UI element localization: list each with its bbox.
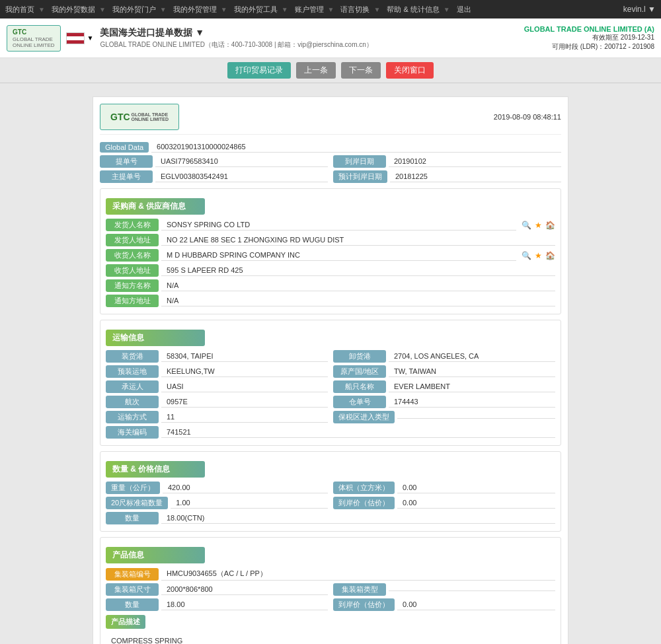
- nav-help[interactable]: 帮助 & 统计信息: [387, 5, 439, 15]
- transport-section: 运输信息 装货港 58304, TAIPEI 卸货港 2704, LOS ANG…: [100, 320, 561, 446]
- logo-sub: GLOBAL TRADEONLINE LIMITED: [13, 36, 55, 48]
- container-no-row: 集装箱编号 HMCU9034655（AC / L / PP）: [106, 567, 555, 581]
- nav-export-tools[interactable]: 我的外贸工具: [234, 5, 278, 15]
- pre-transport-value: KEELUNG,TW: [161, 366, 328, 377]
- consignee-name-label: 收货人名称: [106, 249, 159, 262]
- notify-name-label: 通知方名称: [106, 279, 159, 292]
- est-arrival-col: 预计到岸日期 20181225: [333, 170, 561, 183]
- logo-box: GTC GLOBAL TRADEONLINE LIMITED: [7, 25, 61, 52]
- star-icon-2[interactable]: ★: [535, 251, 542, 260]
- notify-name-value: N/A: [161, 280, 555, 291]
- master-bill-value: EGLV003803542491: [155, 171, 328, 182]
- arrival-date-value: 20190102: [389, 156, 561, 167]
- transport-type-label: 运输方式: [106, 411, 159, 423]
- container20-col: 20尺标准箱数量 1.00: [106, 497, 328, 509]
- quantity-section-header: 数量 & 价格信息: [106, 461, 205, 478]
- nav-export-mgmt[interactable]: 我的外贸管理: [173, 5, 217, 15]
- origin-col: 原产国/地区 TW, TAIWAN: [333, 365, 555, 378]
- bill-no-value: UASI7796583410: [155, 156, 328, 167]
- origin-value: TW, TAIWAN: [389, 366, 555, 377]
- unit-price-value: 0.00: [397, 497, 555, 509]
- origin-label: 原产国/地区: [333, 365, 386, 378]
- product-section: 产品信息 集装箱编号 HMCU9034655（AC / L / PP） 集装箱尺…: [100, 537, 561, 644]
- shipper-addr-row: 发货人地址 NO 22 LANE 88 SEC 1 ZHONGXING RD W…: [106, 234, 555, 246]
- global-data-label: Global Data: [100, 142, 149, 153]
- est-arrival-value: 20181225: [390, 171, 561, 182]
- warehouse-label: 仓单号: [333, 396, 386, 408]
- site-main-title[interactable]: 美国海关进口提单数据 ▼: [100, 27, 524, 39]
- bill-no-col: 提单号 UASI7796583410: [100, 155, 328, 168]
- qty-row: 数量 18.00(CTN): [106, 512, 555, 524]
- user-account[interactable]: kevin.l ▼: [623, 5, 656, 14]
- flag-area: ▼: [66, 32, 94, 44]
- container20-label: 20尺标准箱数量: [106, 497, 168, 509]
- home-icon[interactable]: 🏠: [545, 221, 555, 230]
- bill-no-label: 提单号: [100, 155, 153, 168]
- shipper-addr-value: NO 22 LANE 88 SEC 1 ZHONGXING RD WUGU DI…: [161, 234, 555, 246]
- product-section-header: 产品信息: [106, 547, 205, 563]
- header: GTC GLOBAL TRADEONLINE LIMITED ▼ 美国海关进口提…: [0, 18, 661, 58]
- prod-desc-header-row: 产品描述: [106, 615, 555, 631]
- print-button-top[interactable]: 打印贸易记录: [227, 62, 291, 79]
- container-type-label: 集装箱类型: [333, 583, 386, 596]
- nav-account[interactable]: 账户管理: [295, 5, 324, 15]
- voyage-value: 0957E: [161, 396, 328, 408]
- us-flag: [66, 32, 85, 44]
- product-qty-col: 数量 18.00: [106, 598, 328, 611]
- est-arrival-label: 预计到岸日期: [333, 170, 387, 183]
- container-size-col: 集装箱尺寸 2000*806*800: [106, 583, 328, 596]
- container-no-value: HMCU9034655（AC / L / PP）: [161, 567, 555, 581]
- departure-port-col: 装货港 58304, TAIPEI: [106, 350, 328, 363]
- shipper-name-row: 发货人名称 SONSY SPRING CO LTD 🔍 ★ 🏠: [106, 219, 555, 231]
- voyage-label: 航次: [106, 396, 159, 408]
- shipper-addr-label: 发货人地址: [106, 234, 159, 246]
- arrival-port-value: 2704, LOS ANGELES, CA: [389, 351, 555, 362]
- container-size-value: 2000*806*800: [161, 584, 328, 595]
- container-price-row: 20尺标准箱数量 1.00 到岸价（估价） 0.00: [106, 497, 555, 509]
- weight-label: 重量（公斤）: [106, 482, 160, 494]
- ports-row: 装货港 58304, TAIPEI 卸货港 2704, LOS ANGELES,…: [106, 350, 555, 363]
- nav-home[interactable]: 我的首页: [5, 5, 34, 15]
- shipper-name-label: 发货人名称: [106, 219, 159, 231]
- nav-trade-data[interactable]: 我的外贸数据: [52, 5, 95, 15]
- master-bill-row: 主提单号 EGLV003803542491 预计到岸日期 20181225: [100, 170, 561, 183]
- departure-port-value: 58304, TAIPEI: [161, 351, 328, 362]
- arrival-date-label: 到岸日期: [333, 155, 386, 168]
- product-qty-value: 18.00: [161, 599, 328, 610]
- weight-value: 420.00: [163, 482, 328, 493]
- search-icon[interactable]: 🔍: [522, 221, 531, 230]
- global-data-row: Global Data 6003201901310000024865: [100, 141, 561, 153]
- qty-value: 18.00(CTN): [161, 513, 555, 524]
- next-button-top[interactable]: 下一条: [341, 62, 381, 79]
- carrier-label: 承运人: [106, 380, 159, 393]
- star-icon[interactable]: ★: [535, 221, 542, 230]
- home-icon-2[interactable]: 🏠: [545, 251, 555, 260]
- nav-language[interactable]: 语言切换: [340, 5, 369, 15]
- ldr-info: 可用时段 (LDR)：200712 - 201908: [524, 42, 654, 52]
- consignee-name-icons: 🔍 ★ 🏠: [519, 251, 555, 260]
- transport-bonded-row: 运输方式 11 保税区进入类型: [106, 411, 555, 423]
- consignee-addr-value: 595 S LAPEER RD 425: [161, 265, 555, 276]
- consignee-addr-label: 收货人地址: [106, 264, 159, 277]
- doc-timestamp: 2019-08-09 08:48:11: [494, 113, 561, 121]
- logo-text: GTC: [13, 28, 55, 36]
- bonded-col: 保税区进入类型: [333, 411, 555, 423]
- doc-logo-img: GTC GLOBAL TRADEONLINE LIMITED: [100, 104, 179, 130]
- logo-area: GTC GLOBAL TRADEONLINE LIMITED ▼: [7, 25, 93, 52]
- volume-col: 体积（立方米） 0.00: [333, 482, 555, 494]
- nav-export-portal[interactable]: 我的外贸门户: [112, 5, 156, 15]
- close-button-top[interactable]: 关闭窗口: [386, 62, 434, 79]
- vessel-col: 船只名称 EVER LAMBENT: [333, 380, 555, 393]
- arrival-date-col: 到岸日期 20190102: [333, 155, 561, 168]
- nav-logout[interactable]: 退出: [457, 5, 471, 15]
- top-nav: 我的首页 ▼ 我的外贸数据 ▼ 我的外贸门户 ▼ 我的外贸管理 ▼ 我的外贸工具…: [0, 0, 661, 18]
- toolbar-top: 打印贸易记录 上一条 下一条 关闭窗口: [0, 58, 661, 83]
- customs-value: 741521: [161, 427, 555, 438]
- prod-desc-value: COMPRESS SPRING: [106, 634, 555, 644]
- product-price-value: 0.00: [397, 599, 555, 610]
- search-icon-2[interactable]: 🔍: [522, 251, 531, 260]
- voyage-col: 航次 0957E: [106, 396, 328, 408]
- prev-button-top[interactable]: 上一条: [296, 62, 336, 79]
- pre-transport-label: 预装运地: [106, 365, 159, 378]
- flag-dropdown[interactable]: ▼: [87, 34, 94, 42]
